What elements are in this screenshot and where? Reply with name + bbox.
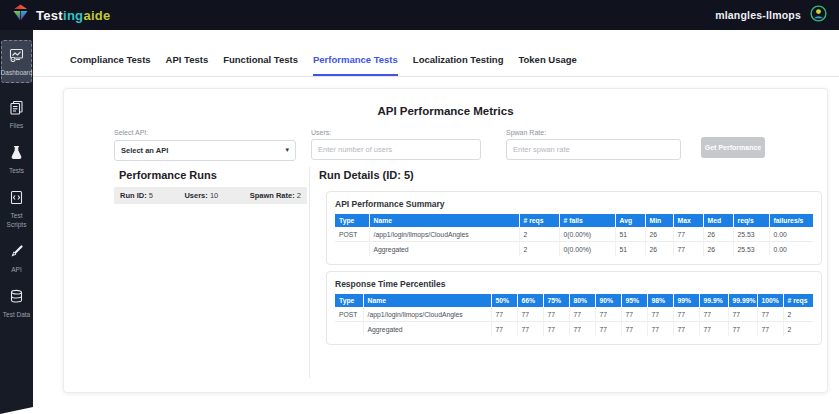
table-row: POST/app1/login/llmops/CloudAngles20(0.0… [335, 227, 813, 242]
files-icon [9, 100, 24, 119]
api-performance-summary-card: API Performance Summary TypeName# reqs# … [326, 191, 822, 265]
sidebar-item-files[interactable]: Files [1, 100, 32, 130]
percentiles-table-title: Response Time Percentiles [335, 279, 813, 289]
tab-token-usage[interactable]: Token Usage [518, 54, 576, 76]
table-cell: 2 [519, 242, 559, 257]
table-cell: POST [335, 307, 363, 322]
table-row: Aggregated20(0.00%)5126772625.530.00 [335, 242, 813, 257]
sidebar-item-label: Files [0, 122, 33, 130]
sidebar-item-label: API [0, 266, 33, 274]
table-cell: 51 [615, 227, 645, 242]
table-cell: 77 [491, 322, 517, 337]
column-header: Name [363, 294, 491, 307]
table-cell: 26 [703, 242, 733, 257]
column-header: 75% [543, 294, 569, 307]
table-cell: 77 [621, 322, 647, 337]
table-row: Aggregated77777777777777777777772 [335, 322, 813, 337]
table-row: POST/app1/login/llmops/CloudAngles777777… [335, 307, 813, 322]
column-header: 99.9% [699, 294, 728, 307]
brand: Testingaide [12, 4, 111, 26]
tab-functional-tests[interactable]: Functional Tests [223, 54, 298, 76]
table-cell: 0(0.00%) [559, 227, 615, 242]
sidebar-corner-decoration [0, 407, 33, 414]
brand-name: Testingaide [36, 8, 111, 23]
column-header: 50% [491, 294, 517, 307]
dashboard-icon [9, 48, 24, 66]
table-header-row: TypeName50%66%75%80%90%95%98%99%99.9%99.… [335, 294, 813, 307]
table-cell: 77 [621, 307, 647, 322]
brand-logo-icon [12, 4, 29, 26]
table-cell: 77 [757, 322, 783, 337]
users-input[interactable] [311, 139, 481, 160]
performance-run-item[interactable]: Run ID: 5 Users: 10 Spawn Rate: 2 [114, 187, 307, 204]
tab-localization-testing[interactable]: Localization Testing [413, 54, 504, 76]
table-header-row: TypeName# reqs# failsAvgMinMaxMedreq/sfa… [335, 214, 813, 227]
page-title: API Performance Metrics [64, 105, 827, 117]
select-api-dropdown[interactable]: Select an API [114, 140, 296, 161]
sidebar-nav: Dashboard Files Tests Test Scripts [0, 30, 33, 407]
table-cell: 2 [783, 307, 813, 322]
column-header: Med [703, 214, 733, 227]
database-icon [9, 289, 24, 308]
column-header: Type [335, 214, 369, 227]
table-cell: 77 [491, 307, 517, 322]
select-api-label: Select API: [114, 129, 148, 136]
table-cell: 0.00 [769, 227, 813, 242]
table-cell: 77 [517, 322, 543, 337]
column-header: 99% [673, 294, 699, 307]
users-label: Users: [311, 129, 331, 136]
column-header: # reqs [519, 214, 559, 227]
get-performance-button[interactable]: Get Performance [701, 137, 765, 158]
sidebar-item-test-data[interactable]: Test Data [1, 289, 32, 319]
api-performance-summary-table: TypeName# reqs# failsAvgMinMaxMedreq/sfa… [335, 214, 813, 256]
sidebar-item-tests[interactable]: Tests [1, 145, 32, 175]
column-header: 99.99% [728, 294, 757, 307]
summary-table-title: API Performance Summary [335, 199, 813, 209]
table-cell: 77 [757, 307, 783, 322]
table-cell: Aggregated [363, 322, 491, 337]
table-cell: 77 [699, 322, 728, 337]
code-script-icon [9, 190, 24, 209]
sidebar-item-test-scripts[interactable]: Test Scripts [1, 190, 32, 228]
table-cell: 77 [699, 307, 728, 322]
table-cell: 0(0.00%) [559, 242, 615, 257]
table-cell: 2 [783, 322, 813, 337]
table-cell: 77 [673, 242, 703, 257]
tab-compliance-tests[interactable]: Compliance Tests [70, 54, 151, 76]
column-header: Min [645, 214, 673, 227]
user-avatar-icon[interactable] [810, 5, 827, 26]
column-divider [309, 167, 310, 378]
table-cell: 26 [645, 227, 673, 242]
user-area: mlangles-llmops [715, 5, 827, 26]
tab-api-tests[interactable]: API Tests [166, 54, 209, 76]
tab-performance-tests[interactable]: Performance Tests [313, 54, 398, 76]
username-label: mlangles-llmops [715, 9, 801, 21]
table-cell [335, 322, 363, 337]
column-header: req/s [733, 214, 769, 227]
sidebar-item-label: Test Data [0, 311, 33, 319]
table-cell: 26 [645, 242, 673, 257]
column-header: 95% [621, 294, 647, 307]
table-cell: 77 [673, 227, 703, 242]
spawn-rate-input[interactable] [506, 139, 681, 160]
column-header: Name [369, 214, 519, 227]
sidebar-item-dashboard[interactable]: Dashboard [1, 40, 32, 83]
sidebar-item-label: Tests [0, 167, 33, 175]
column-header: # reqs [783, 294, 813, 307]
table-cell: /app1/login/llmops/CloudAngles [369, 227, 519, 242]
response-time-percentiles-table: TypeName50%66%75%80%90%95%98%99%99.9%99.… [335, 294, 813, 336]
table-cell: 77 [673, 322, 699, 337]
column-header: 90% [595, 294, 621, 307]
main-content: Compliance Tests API Tests Functional Te… [33, 30, 839, 414]
app-header: Testingaide mlangles-llmops [0, 0, 839, 30]
table-cell: 77 [673, 307, 699, 322]
table-cell: 25.53 [733, 242, 769, 257]
run-details-title: Run Details (ID: 5) [319, 169, 414, 181]
sidebar-item-api[interactable]: API [1, 244, 32, 274]
column-header: 100% [757, 294, 783, 307]
table-cell: 77 [543, 307, 569, 322]
column-header: Avg [615, 214, 645, 227]
run-spawn-cell: Spawn Rate: 2 [250, 191, 301, 200]
table-cell: 26 [703, 227, 733, 242]
column-header: # fails [559, 214, 615, 227]
